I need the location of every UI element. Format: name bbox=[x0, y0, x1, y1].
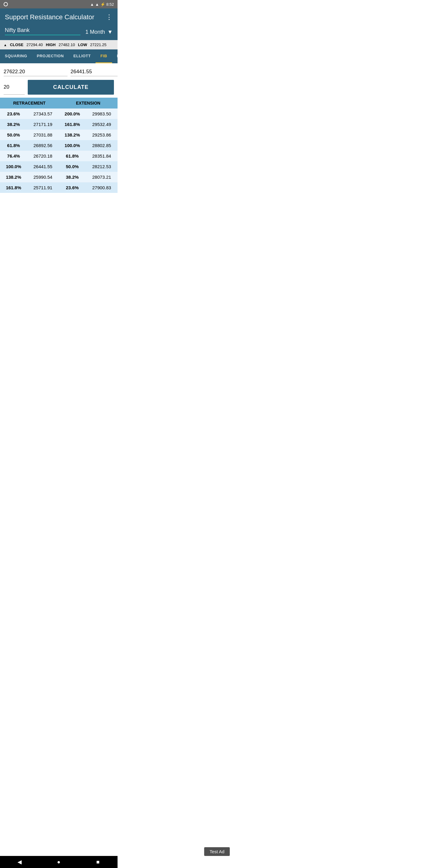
ret-val: 25990.54 bbox=[27, 172, 59, 182]
table-row: 138.2% 25990.54 38.2% 28073.21 bbox=[0, 172, 118, 182]
stock-input-wrapper bbox=[5, 27, 81, 35]
stock-search-input[interactable] bbox=[5, 27, 81, 35]
table-row: 161.8% 25711.91 23.6% 27900.83 bbox=[0, 182, 118, 193]
ret-pct: 38.2% bbox=[0, 119, 27, 130]
tab-breakout[interactable]: BREAKOUT bbox=[112, 50, 118, 63]
results-table-container: RETRACEMENT EXTENSION 23.6% 27343.57 200… bbox=[0, 98, 118, 193]
ret-pct: 161.8% bbox=[0, 182, 27, 193]
ohlc-bar: ▲ CLOSE 27294.40 HIGH 27482.10 LOW 27221… bbox=[0, 40, 118, 50]
period-value-input[interactable] bbox=[4, 80, 25, 95]
ext-val: 29983.50 bbox=[86, 108, 118, 119]
ret-val: 27343.57 bbox=[27, 108, 59, 119]
ret-pct: 61.8% bbox=[0, 140, 27, 151]
low-label: LOW bbox=[78, 42, 87, 47]
status-left bbox=[4, 2, 8, 6]
table-row: 100.0% 26441.55 50.0% 28212.53 bbox=[0, 161, 118, 172]
table-header-row: RETRACEMENT EXTENSION bbox=[0, 98, 118, 108]
ret-pct: 100.0% bbox=[0, 161, 27, 172]
status-right: ▲ ▲ ⚡ 8:52 bbox=[90, 2, 114, 7]
app-header: Support Resistance Calculator ⋮ bbox=[0, 8, 118, 25]
ext-pct: 100.0% bbox=[59, 140, 86, 151]
high-label: HIGH bbox=[46, 42, 56, 47]
ret-pct: 23.6% bbox=[0, 108, 27, 119]
battery-icon: ⚡ bbox=[100, 2, 105, 7]
ext-pct: 23.6% bbox=[59, 182, 86, 193]
tab-elliott[interactable]: ELLIOTT bbox=[69, 50, 96, 63]
ext-val: 29532.49 bbox=[86, 119, 118, 130]
period-label: 1 Month bbox=[85, 29, 105, 35]
close-label: CLOSE bbox=[10, 42, 24, 47]
signal-icon: ▲ bbox=[95, 2, 99, 7]
ext-pct: 61.8% bbox=[59, 151, 86, 161]
table-row: 61.8% 26892.56 100.0% 28802.85 bbox=[0, 140, 118, 151]
ext-pct: 200.0% bbox=[59, 108, 86, 119]
ret-pct: 76.4% bbox=[0, 151, 27, 161]
ret-pct: 138.2% bbox=[0, 172, 27, 182]
tab-bar: SQUARING PROJECTION ELLIOTT FIB BREAKOUT bbox=[0, 50, 118, 63]
ohlc-triangle: ▲ bbox=[4, 43, 7, 47]
ret-val: 26720.18 bbox=[27, 151, 59, 161]
table-row: 50.0% 27031.88 138.2% 29253.86 bbox=[0, 130, 118, 140]
ext-val: 27900.83 bbox=[86, 182, 118, 193]
ext-val: 28212.53 bbox=[86, 161, 118, 172]
ext-val: 29253.86 bbox=[86, 130, 118, 140]
tab-fib[interactable]: FIB bbox=[96, 50, 112, 63]
ret-val: 25711.91 bbox=[27, 182, 59, 193]
high-input[interactable] bbox=[4, 67, 67, 76]
ext-pct: 50.0% bbox=[59, 161, 86, 172]
price-inputs-row bbox=[4, 67, 114, 76]
ret-val: 26892.56 bbox=[27, 140, 59, 151]
wifi-icon: ▲ bbox=[90, 2, 94, 7]
calculate-row: CALCULATE bbox=[4, 80, 114, 95]
calculator-area: CALCULATE bbox=[0, 63, 118, 98]
table-row: 38.2% 27171.19 161.8% 29532.49 bbox=[0, 119, 118, 130]
ret-pct: 50.0% bbox=[0, 130, 27, 140]
ext-val: 28073.21 bbox=[86, 172, 118, 182]
table-row: 23.6% 27343.57 200.0% 29983.50 bbox=[0, 108, 118, 119]
ret-val: 27171.19 bbox=[27, 119, 59, 130]
ext-pct: 138.2% bbox=[59, 130, 86, 140]
ret-val: 27031.88 bbox=[27, 130, 59, 140]
more-options-icon[interactable]: ⋮ bbox=[106, 13, 113, 21]
high-value: 27482.10 bbox=[59, 42, 75, 47]
ext-val: 28351.84 bbox=[86, 151, 118, 161]
results-table: RETRACEMENT EXTENSION 23.6% 27343.57 200… bbox=[0, 98, 118, 193]
tab-projection[interactable]: PROJECTION bbox=[32, 50, 69, 63]
period-selector[interactable]: 1 Month ▼ bbox=[85, 29, 113, 35]
status-bar: ▲ ▲ ⚡ 8:52 bbox=[0, 0, 118, 8]
ret-val: 26441.55 bbox=[27, 161, 59, 172]
table-row: 76.4% 26720.18 61.8% 28351.84 bbox=[0, 151, 118, 161]
retracement-header: RETRACEMENT bbox=[0, 98, 59, 108]
low-value: 27221.25 bbox=[90, 42, 106, 47]
ext-pct: 161.8% bbox=[59, 119, 86, 130]
low-input[interactable] bbox=[70, 67, 118, 76]
close-value: 27294.40 bbox=[27, 42, 43, 47]
period-dropdown-icon: ▼ bbox=[107, 29, 113, 35]
app-title: Support Resistance Calculator bbox=[5, 13, 94, 21]
ext-pct: 38.2% bbox=[59, 172, 86, 182]
status-time: 8:52 bbox=[106, 2, 114, 7]
signal-indicator bbox=[4, 2, 8, 6]
calculate-button[interactable]: CALCULATE bbox=[28, 80, 114, 95]
extension-header: EXTENSION bbox=[59, 98, 118, 108]
ext-val: 28802.85 bbox=[86, 140, 118, 151]
search-period-bar: 1 Month ▼ bbox=[0, 25, 118, 40]
tab-squaring[interactable]: SQUARING bbox=[0, 50, 32, 63]
